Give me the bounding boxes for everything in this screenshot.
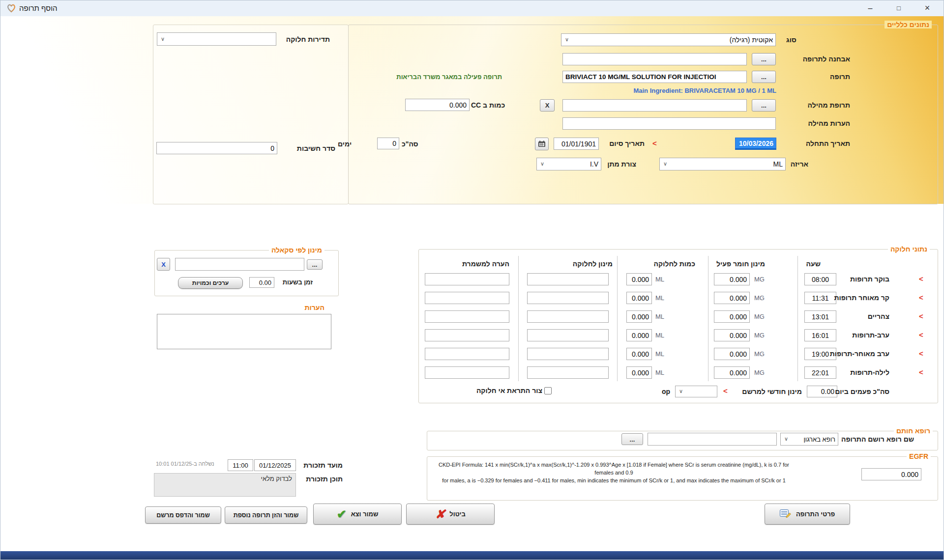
- minimize-button[interactable]: –: [858, 0, 883, 16]
- scale-field[interactable]: [175, 258, 304, 271]
- qty-unit: ML: [655, 369, 664, 376]
- end-date-calendar-button[interactable]: [535, 138, 549, 150]
- shift-note-input[interactable]: [425, 329, 509, 341]
- reminder-time-field[interactable]: 11:00: [228, 459, 253, 471]
- row-label: בוקר תרופות: [850, 275, 889, 283]
- start-date-label: תאריך התחלה: [806, 140, 850, 147]
- diagnosis-label: אבחנה לתרופה: [803, 55, 850, 63]
- save-exit-button[interactable]: שמור וצא ✔: [313, 504, 402, 525]
- save-add-another-button[interactable]: שמור והזן תרופה נוספת: [225, 506, 307, 524]
- package-value: ML: [773, 160, 783, 168]
- qty-input[interactable]: 0.000: [626, 348, 652, 360]
- close-button[interactable]: ×: [915, 0, 940, 16]
- header-qty: כמות לחלוקה: [654, 260, 695, 268]
- egfr-value-field[interactable]: 0.000: [861, 468, 921, 480]
- op-select[interactable]: ∨: [675, 386, 717, 397]
- active-dose-unit: MG: [754, 369, 765, 376]
- values-quantities-button[interactable]: ערכים וכמויות: [178, 277, 243, 289]
- scale-browse-button[interactable]: ...: [307, 259, 323, 270]
- qty-input[interactable]: 0.000: [626, 310, 652, 323]
- time-input[interactable]: 13:01: [804, 310, 836, 323]
- active-dose-input[interactable]: 0.000: [714, 348, 750, 360]
- maximize-button[interactable]: □: [886, 0, 911, 16]
- monthly-dose-label: מינון חודשי למרשם: [742, 388, 802, 395]
- distribution-frequency-label: תדירות חלוקה: [286, 35, 330, 43]
- start-date-field[interactable]: 10/03/2026: [735, 138, 776, 150]
- admin-form-select[interactable]: ∨ I.V: [536, 158, 601, 170]
- no-distribution-alert-checkbox[interactable]: [544, 387, 552, 394]
- active-dose-unit: MG: [754, 294, 765, 302]
- notes-textarea[interactable]: [157, 314, 331, 349]
- cancel-label: ביטול: [449, 510, 466, 518]
- cross-icon: ✘: [435, 507, 445, 521]
- drug-details-button[interactable]: פרטי התרופה: [765, 504, 850, 525]
- qty-input[interactable]: 0.000: [626, 366, 652, 379]
- row-label: ערב מאוחר-תרופות: [830, 350, 889, 358]
- reminder-content-label: תוכן תזכורת: [306, 475, 343, 483]
- time-input[interactable]: 11:31: [804, 292, 836, 304]
- dilution-clear-button[interactable]: X: [540, 99, 555, 112]
- shift-note-input[interactable]: [425, 348, 509, 360]
- diagnosis-browse-button[interactable]: ...: [752, 53, 776, 65]
- days-label: ימים: [338, 140, 352, 148]
- importance-order-field[interactable]: 0: [156, 142, 277, 154]
- egfr-formula-line2: for males, a is −0.329 for females and −…: [431, 477, 797, 485]
- doctor-name-field[interactable]: [648, 433, 777, 446]
- active-drug-note: תרופה פעילה במאגר משרד הבריאות: [396, 73, 502, 81]
- qty-input[interactable]: 0.000: [626, 329, 652, 341]
- time-input[interactable]: 22:01: [804, 366, 836, 379]
- distribution-frequency-select[interactable]: ∨: [157, 32, 276, 46]
- no-distribution-alert-label: צור התראת אי חלוקה: [476, 387, 542, 394]
- row-arrow-icon: <: [919, 312, 923, 320]
- package-select[interactable]: ∨ ML: [659, 158, 786, 170]
- scale-time-field[interactable]: 0.00: [249, 277, 274, 288]
- egfr-formula: CKD-EPI Formula: 141 x min(SCr/k,1)^a x …: [431, 461, 797, 485]
- qty-input[interactable]: 0.000: [626, 273, 652, 285]
- diagnosis-field[interactable]: [562, 53, 747, 65]
- active-dose-input[interactable]: 0.000: [714, 329, 750, 341]
- dose-input[interactable]: [527, 366, 609, 379]
- dose-input[interactable]: [527, 348, 609, 360]
- row-arrow-icon: <: [919, 331, 923, 339]
- cc-amount-field[interactable]: 0.000: [405, 99, 470, 111]
- time-input[interactable]: 08:00: [804, 273, 836, 285]
- reminder-date-field[interactable]: 01/12/2025: [254, 459, 296, 471]
- qty-input[interactable]: 0.000: [626, 292, 652, 304]
- general-data-title: נתונים כלליים: [885, 21, 932, 28]
- time-input[interactable]: 16:01: [804, 329, 836, 341]
- doctor-browse-button[interactable]: ...: [621, 433, 643, 445]
- scale-clear-button[interactable]: X: [157, 258, 170, 271]
- shift-note-input[interactable]: [425, 273, 509, 285]
- shift-note-input[interactable]: [425, 366, 509, 379]
- op-label: op: [662, 388, 670, 395]
- save-print-button[interactable]: שמור והדפס מרשם: [145, 506, 221, 524]
- total-days-field[interactable]: 0: [377, 138, 399, 149]
- shift-note-input[interactable]: [425, 310, 509, 323]
- egfr-formula-line1: CKD-EPI Formula: 141 x min(SCr/k,1)^a x …: [431, 461, 797, 477]
- dose-input[interactable]: [527, 310, 609, 323]
- type-select[interactable]: ∨ אקוטית (רגילה): [561, 33, 776, 46]
- end-date-field[interactable]: 01/01/1901: [554, 138, 599, 150]
- dilution-label: תרופת מהילה: [808, 101, 850, 109]
- dose-input[interactable]: [527, 329, 609, 341]
- dose-input[interactable]: [527, 292, 609, 304]
- active-dose-input[interactable]: 0.000: [714, 273, 750, 285]
- active-dose-input[interactable]: 0.000: [714, 310, 750, 323]
- dilution-drug-field[interactable]: [562, 99, 747, 112]
- active-dose-input[interactable]: 0.000: [714, 292, 750, 304]
- drug-browse-button[interactable]: ...: [752, 71, 776, 83]
- row-arrow-icon: <: [919, 349, 923, 358]
- dilution-notes-field[interactable]: [562, 117, 776, 130]
- doctor-source-select[interactable]: ∨ רופא בארגון: [780, 433, 838, 446]
- cancel-button[interactable]: ביטול ✘: [406, 504, 495, 525]
- daily-total-field[interactable]: 0.00: [807, 386, 837, 397]
- active-dose-input[interactable]: 0.000: [714, 366, 750, 379]
- dose-input[interactable]: [527, 273, 609, 285]
- shift-note-input[interactable]: [425, 292, 509, 304]
- drug-name-field[interactable]: BRIVIACT 10 MG/ML SOLUTION FOR INJECTIOI: [562, 71, 747, 83]
- dilution-notes-label: הערות מהילה: [808, 119, 850, 127]
- reminder-content-field[interactable]: לבדוק מלאי: [154, 473, 296, 497]
- dilution-browse-button[interactable]: ...: [752, 99, 776, 112]
- cc-amount-label: כמות ב CC: [471, 101, 505, 109]
- bottom-status-bar: [0, 551, 944, 560]
